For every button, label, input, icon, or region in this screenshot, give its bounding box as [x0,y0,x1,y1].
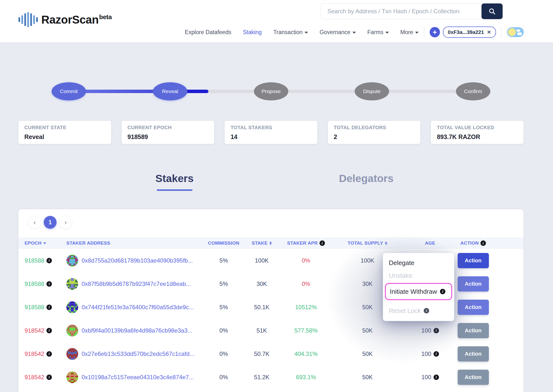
sun-icon [508,28,516,36]
epoch-cell: 918542 [25,350,66,357]
age-cell: 100 [403,374,457,381]
wallet-address: 0xF3a...39a221 [448,29,484,35]
epoch-cell: 918588 [25,304,66,311]
commission-value: 5% [204,280,243,287]
tab-delegators[interactable]: Delegators [270,172,462,191]
tab-stakers[interactable]: Stakers [79,172,270,191]
nav-governance[interactable]: Governance [320,29,356,36]
staker-address-link[interactable]: 0xbf9f4a00139b9a6fe4d98a76cb98e3a3... [82,327,192,334]
search-button[interactable] [481,3,503,19]
action-cell: Action [457,346,489,362]
staker-apr-value: 10512% [280,304,332,311]
action-button[interactable]: Action [458,276,489,292]
step-dispute: Dispute [355,82,389,100]
info-icon[interactable] [434,351,439,357]
epoch-value: 918542 [25,374,44,381]
col-commission: COMMISSION [204,240,243,246]
search-icon [488,8,496,15]
staker-avatar [66,278,78,290]
staker-address-link[interactable]: 0x744f21fe51fe3a76400c7f60a55d3de9c... [82,304,194,311]
chevron-down-icon [415,32,419,34]
staker-address-link[interactable]: 0x8d755a20d681789b103ae4090b395fb... [82,257,193,264]
staker-address-link[interactable]: 0x27e6eb13c533dd570bc2edc567c1cafd... [82,350,194,357]
stake-value: 30K [243,280,280,287]
current-page-button[interactable]: 1 [44,216,57,229]
epoch-value: 918542 [25,327,44,334]
action-button[interactable]: Action [458,323,489,338]
nav-farms[interactable]: Farms [367,29,389,36]
epoch-value: 918588 [25,257,44,264]
info-icon[interactable] [46,328,52,333]
epoch-cell: 918588 [25,280,66,287]
total-supply-value: 50K [332,327,403,334]
nav-more[interactable]: More [400,29,419,36]
menu-item-reset-lock: Reset Lock [383,301,454,317]
address-cell: 0x87f58b9b5d6787b923f47c7ee1d8eab... [66,278,204,290]
stat-value: 918589 [128,133,208,140]
stake-value: 51.2K [243,374,280,381]
stake-value: 100K [243,257,280,264]
brand-logo[interactable]: RazorScanbeta [18,12,112,28]
address-cell: 0x8d755a20d681789b103ae4090b395fb... [66,255,204,266]
add-wallet-button[interactable]: + [430,27,440,37]
action-button[interactable]: Action [458,300,489,315]
prev-page-button[interactable]: ‹ [28,216,41,229]
disconnect-wallet-icon[interactable]: ✕ [487,29,491,35]
col-total-supply[interactable]: TOTAL SUPPLY [332,240,403,246]
total-supply-value: 50K [332,374,403,381]
cloud-icon [516,29,520,32]
stakers-delegators-tabs: Stakers Delegators [79,172,462,191]
epoch-value: 918588 [25,304,44,311]
beta-badge: beta [99,13,112,21]
action-button[interactable]: Action [458,370,489,385]
table-row: 918542 0x27e6eb13c533dd570bc2edc567c1caf… [18,342,524,365]
staker-avatar [66,325,78,336]
info-icon[interactable] [46,351,52,357]
staker-avatar [66,301,78,313]
pagination: ‹ 1 › [18,209,524,229]
info-icon[interactable] [480,240,486,246]
divider [424,27,424,38]
info-icon[interactable] [424,308,429,313]
step-propose: Propose [254,82,288,100]
staker-apr-value: 693.1% [280,374,332,381]
action-button[interactable]: Action [458,253,489,268]
info-icon[interactable] [434,328,439,333]
stake-value: 51K [243,327,280,334]
search-input[interactable] [321,3,483,19]
age-cell: 100 [403,350,457,357]
top-header: RazorScanbeta Explore Datafeeds Staking … [0,0,553,42]
info-icon[interactable] [46,281,52,287]
commission-value: 0% [204,374,243,381]
connected-wallet-pill[interactable]: 0xF3a...39a221 ✕ [443,27,496,38]
menu-item-delegate[interactable]: Delegate [383,256,454,269]
staker-address-link[interactable]: 0x10198a7c5157eeae04310e3c4e874e7... [82,374,194,381]
col-stake[interactable]: STAKE [243,240,280,246]
epoch-cell: 918542 [25,374,66,381]
next-page-button[interactable]: › [59,216,72,229]
info-icon[interactable] [46,258,52,263]
caret-down-icon [43,242,46,244]
razorscan-staking-page: RazorScanbeta Explore Datafeeds Staking … [0,0,553,392]
info-icon[interactable] [434,375,439,380]
chevron-down-icon [385,32,389,34]
nav-staking[interactable]: Staking [243,29,262,36]
stat-value: Reveal [24,133,105,140]
age-value: 100 [421,374,431,381]
menu-item-initiate-withdraw[interactable]: Initiate Withdraw [386,284,451,299]
epoch-value: 918588 [25,280,44,287]
action-cell: Action [457,370,489,385]
info-icon[interactable] [46,305,52,310]
theme-toggle[interactable] [507,27,524,37]
info-icon[interactable] [440,289,445,294]
col-epoch[interactable]: EPOCH [25,240,66,246]
nav-transaction[interactable]: Transaction [273,29,308,36]
info-icon[interactable] [46,375,52,380]
action-button[interactable]: Action [458,346,489,362]
epoch-cell: 918542 [25,327,66,334]
info-icon[interactable] [320,240,325,246]
nav-explore-datafeeds[interactable]: Explore Datafeeds [185,29,231,36]
action-cell: Action [457,276,489,292]
staker-address-link[interactable]: 0x87f58b9b5d6787b923f47c7ee1d8eab... [82,280,191,287]
address-cell: 0xbf9f4a00139b9a6fe4d98a76cb98e3a3... [66,325,204,336]
